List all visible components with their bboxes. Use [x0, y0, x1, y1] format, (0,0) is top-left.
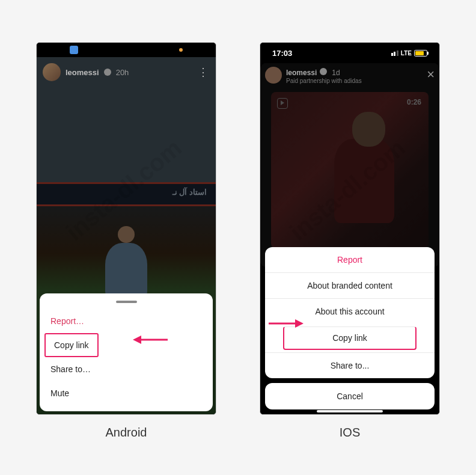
more-icon[interactable]: ⋮ [198, 66, 210, 79]
story-header: leomessi 20h ⋮ [43, 63, 210, 81]
story-time: 20h [116, 68, 129, 77]
about-branded-content-item[interactable]: About branded content [265, 272, 435, 298]
ios-caption: IOS [340, 426, 360, 440]
ios-story-view: leomessi 1d Paid partnership with adidas… [260, 63, 439, 414]
callout-arrow-icon [133, 332, 169, 347]
android-bottom-sheet: Report… Copy link Share to… Mute [40, 293, 213, 411]
signal-icon [391, 51, 398, 56]
notification-icon [70, 46, 78, 54]
duration-label: 0:26 [407, 98, 421, 106]
story-time: 1d [332, 69, 340, 77]
cancel-button[interactable]: Cancel [265, 383, 435, 409]
android-column: استاد آل نـ leomessi 20h ⋮ Report… Copy … [36, 42, 216, 457]
username-label[interactable]: leomessi [66, 68, 99, 77]
report-item[interactable]: Report… [40, 309, 213, 333]
verified-icon [104, 69, 111, 76]
banner-text: استاد آل نـ [172, 188, 207, 197]
ios-column: 17:03 LTE leomessi 1d Paid part [260, 42, 440, 457]
svg-marker-3 [295, 319, 304, 328]
header-text: leomessi 1d Paid partnership with adidas [286, 67, 362, 84]
ios-story-card: leomessi 1d Paid partnership with adidas… [260, 63, 439, 267]
svg-marker-1 [133, 336, 141, 344]
status-right: LTE [391, 50, 427, 57]
android-phone: استاد آل نـ leomessi 20h ⋮ Report… Copy … [36, 42, 216, 415]
reel-icon [277, 98, 288, 109]
copy-link-item[interactable]: Copy link [44, 333, 99, 357]
person-figure [105, 243, 147, 297]
avatar[interactable] [43, 63, 61, 81]
status-time: 17:03 [272, 49, 292, 58]
report-item[interactable]: Report [265, 247, 435, 272]
android-caption: Android [106, 426, 147, 440]
share-to-item[interactable]: Share to… [40, 357, 213, 381]
paid-partnership-label: Paid partnership with adidas [286, 78, 362, 84]
sheet-handle[interactable] [116, 301, 137, 303]
home-indicator[interactable] [317, 410, 383, 412]
close-icon[interactable]: × [427, 67, 435, 82]
verified-icon [320, 68, 327, 75]
ios-phone: 17:03 LTE leomessi 1d Paid part [260, 42, 440, 415]
callout-arrow-icon [267, 316, 304, 331]
stadium-banner [37, 182, 216, 206]
mute-item[interactable]: Mute [40, 381, 213, 405]
share-to-item[interactable]: Share to... [265, 352, 435, 378]
ios-story-header: leomessi 1d Paid partnership with adidas… [265, 67, 435, 84]
username-label[interactable]: leomessi [286, 69, 317, 77]
android-statusbar [37, 43, 216, 57]
android-story-view: استاد آل نـ leomessi 20h ⋮ Report… Copy … [37, 57, 216, 414]
ios-statusbar: 17:03 LTE [260, 43, 439, 63]
lte-label: LTE [401, 50, 412, 57]
battery-icon [414, 50, 427, 57]
reel-card[interactable]: 0:26 [271, 92, 429, 248]
person-figure [334, 139, 394, 223]
status-dot-icon [179, 48, 183, 52]
avatar[interactable] [265, 67, 282, 84]
ios-sheet-group: Report About branded content About this … [265, 247, 435, 378]
